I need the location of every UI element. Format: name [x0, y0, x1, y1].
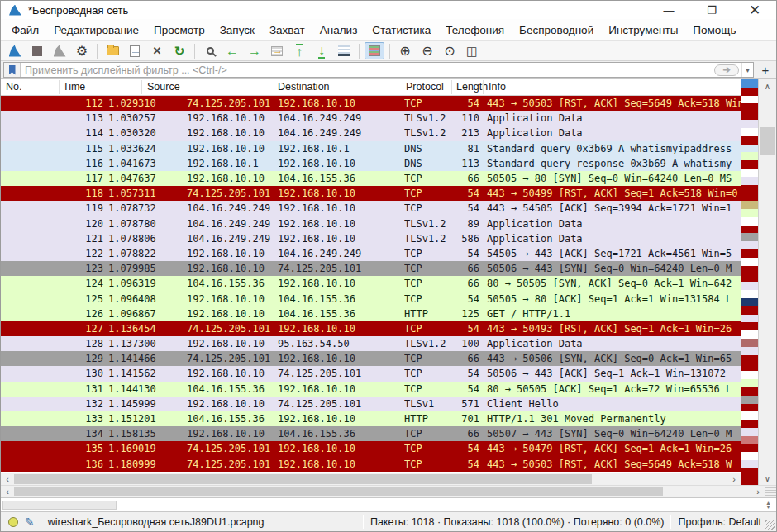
packet-row[interactable]: 1331.151201104.16.155.36192.168.10.10HTT…	[1, 411, 741, 426]
pane-spinner[interactable]: ▲▼	[765, 501, 771, 509]
column-separator[interactable]	[59, 80, 60, 94]
auto-scroll-icon[interactable]	[334, 42, 354, 59]
scroll-right-icon[interactable]: ›	[751, 486, 765, 497]
packet-row[interactable]: 1291.14146674.125.205.101192.168.10.10TC…	[1, 351, 741, 366]
go-back-icon[interactable]: ←	[222, 42, 242, 59]
packet-row[interactable]: 1221.078822192.168.10.10104.16.249.249TC…	[1, 246, 741, 261]
restart-capture-icon[interactable]	[50, 42, 69, 59]
spin-down-icon[interactable]: ▼	[765, 505, 771, 509]
find-packet-icon[interactable]	[200, 42, 220, 59]
menu-item-8[interactable]: Беспроводной	[512, 21, 601, 40]
splitter-handle[interactable]	[765, 486, 776, 497]
capture-options-icon[interactable]: ⚙	[72, 42, 92, 59]
packet-row[interactable]: 1351.16901974.125.205.101192.168.10.10TC…	[1, 441, 741, 456]
stop-capture-icon[interactable]	[27, 42, 47, 59]
column-separator[interactable]	[274, 80, 274, 94]
close-file-icon[interactable]: ✕	[147, 42, 167, 59]
packet-row[interactable]: 1181.05731174.125.205.101192.168.10.10TC…	[1, 186, 741, 201]
packet-row[interactable]: 1361.18099974.125.205.101192.168.10.10TC…	[1, 457, 741, 472]
vscroll-thumb[interactable]	[760, 127, 775, 155]
packet-row[interactable]: 1311.144130104.16.155.36192.168.10.10TCP…	[1, 382, 741, 397]
menu-item-5[interactable]: Анализ	[312, 21, 365, 40]
filter-bookmark-button[interactable]	[4, 63, 21, 77]
vscroll-track[interactable]	[759, 93, 776, 472]
maximize-button[interactable]: ❐	[690, 1, 733, 19]
scroll-right-icon[interactable]: ›	[727, 473, 741, 485]
filter-dropdown-button[interactable]: ▾	[741, 63, 753, 77]
column-header-no[interactable]: No.	[6, 81, 21, 93]
packet-row[interactable]: 1251.096408192.168.10.10104.16.155.36TCP…	[1, 291, 741, 306]
menu-item-0[interactable]: Файл	[4, 21, 46, 40]
minimize-button[interactable]: —	[647, 1, 690, 19]
column-header-destination[interactable]: Destination	[278, 81, 330, 93]
menu-item-7[interactable]: Телефония	[438, 21, 512, 40]
packet-row[interactable]: 1161.041673192.168.10.1192.168.10.10DNS1…	[1, 156, 741, 171]
menu-item-1[interactable]: Редактирование	[46, 21, 146, 40]
column-separator[interactable]	[483, 80, 484, 94]
packet-list-hscrollbar[interactable]: ‹ ›	[1, 473, 741, 485]
column-header-source[interactable]: Source	[147, 81, 180, 93]
packet-minimap-scrollbar[interactable]	[741, 79, 758, 485]
open-file-icon[interactable]	[102, 42, 122, 59]
packet-row[interactable]: 1241.096319104.16.155.36192.168.10.10TCP…	[1, 276, 741, 291]
scroll-left-icon[interactable]: ‹	[1, 473, 14, 485]
menu-item-9[interactable]: Инструменты	[601, 21, 685, 40]
menu-item-3[interactable]: Запуск	[212, 21, 262, 40]
scroll-up-icon[interactable]: ∧	[759, 79, 776, 93]
column-separator[interactable]	[403, 80, 403, 94]
packet-row[interactable]: 1131.030257192.168.10.10104.16.249.249TL…	[1, 111, 741, 126]
hscroll-thumb[interactable]	[14, 474, 592, 484]
packet-row[interactable]: 1211.078806104.16.249.249192.168.10.10TL…	[1, 231, 741, 246]
packet-row[interactable]: 1151.033624192.168.10.10192.168.10.1DNS8…	[1, 141, 741, 156]
hscroll-track[interactable]	[14, 486, 751, 497]
packet-row[interactable]: 1121.02931074.125.205.101192.168.10.10TC…	[1, 96, 741, 111]
profile-label[interactable]: Профиль: Default	[678, 516, 761, 528]
add-filter-button[interactable]: +	[757, 62, 774, 78]
start-capture-icon[interactable]	[5, 42, 25, 59]
minimap-stripe	[741, 258, 758, 266]
packet-row[interactable]: 1271.13645474.125.205.101192.168.10.10TC…	[1, 321, 741, 336]
column-separator[interactable]	[141, 80, 142, 94]
packet-row[interactable]: 1201.078780104.16.249.249192.168.10.10TL…	[1, 216, 741, 231]
packet-row[interactable]: 1231.079985192.168.10.1074.125.205.101TC…	[1, 261, 741, 276]
column-header-protocol[interactable]: Protocol	[406, 81, 444, 93]
close-button[interactable]: ✕	[733, 1, 776, 19]
zoom-out-icon[interactable]: ⊖	[417, 42, 437, 59]
menu-item-2[interactable]: Просмотр	[146, 21, 212, 40]
display-filter-input[interactable]	[21, 64, 714, 76]
scroll-left-icon[interactable]: ‹	[1, 486, 14, 497]
packet-row[interactable]: 1301.141562192.168.10.1074.125.205.101TC…	[1, 366, 741, 381]
colorize-icon[interactable]	[365, 42, 384, 59]
packet-row[interactable]: 1171.047637192.168.10.10104.16.155.36TCP…	[1, 171, 741, 186]
go-forward-icon[interactable]: →	[245, 42, 265, 59]
go-first-icon[interactable]: ↑	[289, 42, 309, 59]
hscroll-thumb[interactable]	[14, 487, 663, 496]
reload-file-icon[interactable]: ↻	[169, 42, 189, 59]
go-to-packet-icon[interactable]	[267, 42, 287, 59]
menu-item-10[interactable]: Помощь	[685, 21, 743, 40]
scroll-down-icon[interactable]: ∨	[759, 472, 776, 485]
menu-item-6[interactable]: Статистика	[365, 21, 438, 40]
packet-row[interactable]: 1261.096867192.168.10.10104.16.155.36HTT…	[1, 306, 741, 321]
packet-row[interactable]: 1341.158135192.168.10.10104.16.155.36TCP…	[1, 426, 741, 441]
packet-row[interactable]: 1191.078732104.16.249.249192.168.10.10TC…	[1, 201, 741, 216]
capture-comment-icon[interactable]: ✎	[25, 515, 35, 529]
vertical-scrollbar[interactable]: ∧ ∨	[758, 79, 776, 485]
zoom-in-icon[interactable]: ⊕	[395, 42, 415, 59]
apply-filter-button[interactable]: ➔	[714, 64, 739, 76]
pane-hscrollbar[interactable]: ‹ ›	[1, 485, 776, 497]
menu-item-4[interactable]: Захват	[262, 21, 312, 40]
packet-row[interactable]: 1141.030320192.168.10.10104.16.249.249TL…	[1, 126, 741, 140]
column-separator[interactable]	[451, 80, 452, 94]
packet-row[interactable]: 1321.145999192.168.10.1074.125.205.101TL…	[1, 397, 741, 411]
zoom-original-icon[interactable]: ⊙	[440, 42, 460, 59]
column-header-time[interactable]: Time	[63, 81, 85, 93]
go-last-icon[interactable]: ↓	[312, 42, 331, 59]
save-file-icon[interactable]	[125, 42, 145, 59]
resize-columns-icon[interactable]: ◫	[462, 42, 482, 59]
expert-info-icon[interactable]	[8, 517, 18, 527]
hscroll-track[interactable]	[14, 473, 727, 485]
resize-grip[interactable]	[765, 520, 775, 530]
packet-row[interactable]: 1281.137300192.168.10.1095.163.54.50TLSv…	[1, 336, 741, 351]
column-header-info[interactable]: Info	[489, 81, 506, 93]
